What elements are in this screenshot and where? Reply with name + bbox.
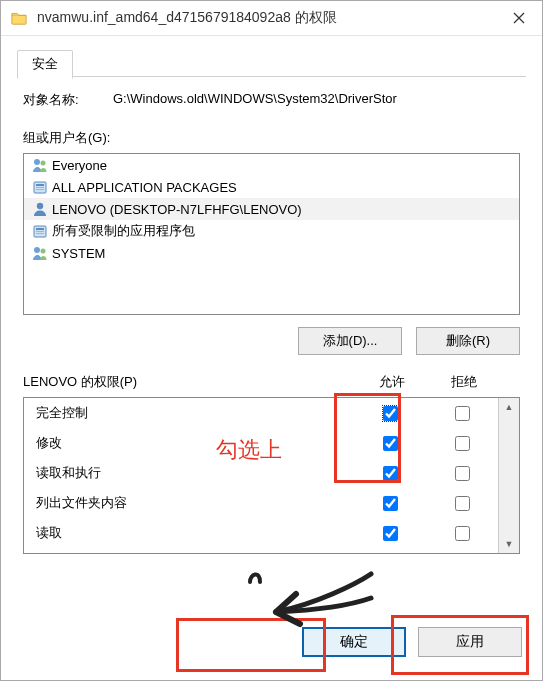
package-icon: [30, 223, 50, 239]
svg-rect-4: [36, 187, 44, 188]
svg-point-11: [34, 247, 40, 253]
permissions-scrollbar[interactable]: ▲ ▼: [498, 398, 519, 553]
principal-row[interactable]: SYSTEM: [24, 242, 519, 264]
deny-checkbox[interactable]: [455, 496, 470, 511]
permissions-box: 完全控制修改读取和执行列出文件夹内容读取 ▲ ▼: [23, 397, 520, 554]
deny-checkbox[interactable]: [455, 466, 470, 481]
permission-row: 完全控制: [24, 398, 498, 428]
permission-row: 读取: [24, 518, 498, 548]
users-icon: [30, 157, 50, 173]
folder-icon: [11, 10, 29, 26]
allow-column-header: 允许: [356, 373, 428, 391]
permission-label: 列出文件夹内容: [36, 494, 354, 512]
package-icon: [30, 179, 50, 195]
scroll-down-icon[interactable]: ▼: [499, 535, 519, 553]
svg-rect-3: [36, 184, 44, 186]
deny-checkbox[interactable]: [455, 406, 470, 421]
allow-checkbox[interactable]: [383, 466, 398, 481]
scroll-up-icon[interactable]: ▲: [499, 398, 519, 416]
svg-point-12: [41, 249, 46, 254]
tab-security[interactable]: 安全: [17, 50, 73, 79]
object-name-value: G:\Windows.old\WINDOWS\System32\DriverSt…: [113, 91, 520, 106]
ok-button[interactable]: 确定: [302, 627, 406, 657]
principal-row[interactable]: 所有受限制的应用程序包: [24, 220, 519, 242]
dialog-body: 安全 对象名称: G:\Windows.old\WINDOWS\System32…: [1, 36, 542, 596]
user-icon: [30, 201, 50, 217]
add-button[interactable]: 添加(D)...: [298, 327, 402, 355]
permission-label: 读取和执行: [36, 464, 354, 482]
titlebar: nvamwu.inf_amd64_d4715679184092a8 的权限: [1, 1, 542, 36]
allow-checkbox[interactable]: [383, 496, 398, 511]
allow-checkbox[interactable]: [383, 526, 398, 541]
remove-button[interactable]: 删除(R): [416, 327, 520, 355]
svg-rect-10: [36, 233, 44, 234]
allow-checkbox[interactable]: [383, 436, 398, 451]
svg-rect-5: [36, 189, 44, 190]
close-icon: [513, 12, 525, 24]
deny-column-header: 拒绝: [428, 373, 500, 391]
principal-row[interactable]: LENOVO (DESKTOP-N7LFHFG\LENOVO): [24, 198, 519, 220]
permission-label: 读取: [36, 524, 354, 542]
principal-row[interactable]: Everyone: [24, 154, 519, 176]
allow-checkbox[interactable]: [383, 406, 398, 421]
principal-label: 所有受限制的应用程序包: [52, 222, 195, 240]
principal-label: SYSTEM: [52, 246, 105, 261]
svg-rect-9: [36, 231, 44, 232]
principal-label: Everyone: [52, 158, 107, 173]
principal-label: ALL APPLICATION PACKAGES: [52, 180, 237, 195]
permission-label: 完全控制: [36, 404, 354, 422]
object-name-label: 对象名称:: [23, 91, 113, 109]
scroll-track[interactable]: [499, 416, 519, 535]
permission-row: 列出文件夹内容: [24, 488, 498, 518]
permission-row: 读取和执行: [24, 458, 498, 488]
window-title: nvamwu.inf_amd64_d4715679184092a8 的权限: [37, 9, 496, 27]
deny-checkbox[interactable]: [455, 436, 470, 451]
svg-point-1: [41, 161, 46, 166]
close-button[interactable]: [496, 1, 542, 35]
svg-point-0: [34, 159, 40, 165]
svg-rect-8: [36, 228, 44, 230]
apply-button[interactable]: 应用: [418, 627, 522, 657]
users-icon: [30, 245, 50, 261]
permission-label: 修改: [36, 434, 354, 452]
permission-row: 修改: [24, 428, 498, 458]
permissions-dialog: nvamwu.inf_amd64_d4715679184092a8 的权限 安全…: [0, 0, 543, 681]
svg-point-6: [37, 203, 43, 209]
principal-label: LENOVO (DESKTOP-N7LFHFG\LENOVO): [52, 202, 302, 217]
principals-listbox[interactable]: EveryoneALL APPLICATION PACKAGESLENOVO (…: [23, 153, 520, 315]
dialog-button-bar: 确定 应用: [1, 604, 542, 680]
permissions-title: LENOVO 的权限(P): [23, 373, 356, 391]
group-users-label: 组或用户名(G):: [23, 129, 520, 147]
principal-row[interactable]: ALL APPLICATION PACKAGES: [24, 176, 519, 198]
tabstrip: 安全: [17, 46, 526, 77]
deny-checkbox[interactable]: [455, 526, 470, 541]
